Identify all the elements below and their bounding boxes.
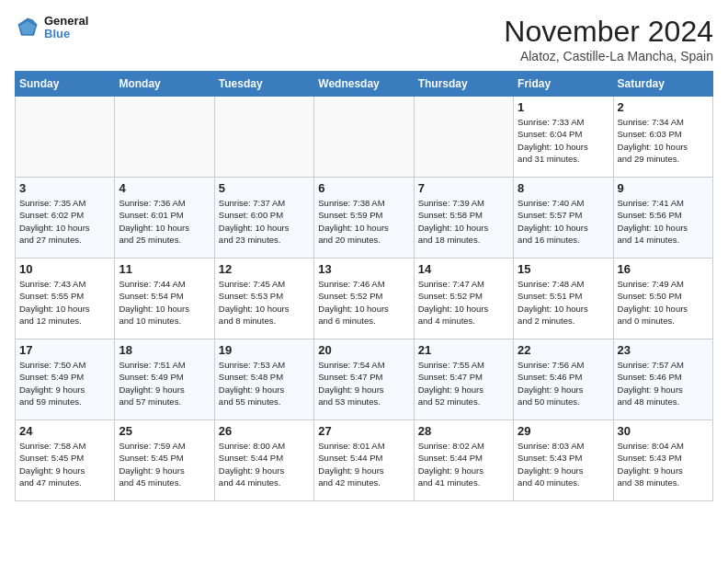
day-number: 11: [119, 262, 210, 276]
calendar-cell: 10Sunrise: 7:43 AM Sunset: 5:55 PM Dayli…: [16, 259, 115, 339]
header-monday: Monday: [115, 72, 214, 97]
calendar-table: SundayMondayTuesdayWednesdayThursdayFrid…: [15, 71, 713, 501]
day-info: Sunrise: 7:51 AM Sunset: 5:49 PM Dayligh…: [119, 359, 210, 408]
day-info: Sunrise: 8:03 AM Sunset: 5:43 PM Dayligh…: [518, 440, 609, 488]
header-wednesday: Wednesday: [314, 72, 414, 97]
calendar-cell: 21Sunrise: 7:55 AM Sunset: 5:47 PM Dayli…: [414, 339, 513, 420]
calendar-cell: 9Sunrise: 7:41 AM Sunset: 5:56 PM Daylig…: [613, 178, 712, 259]
day-info: Sunrise: 7:48 AM Sunset: 5:51 PM Dayligh…: [518, 278, 609, 327]
day-info: Sunrise: 7:41 AM Sunset: 5:56 PM Dayligh…: [618, 197, 709, 246]
day-info: Sunrise: 7:53 AM Sunset: 5:48 PM Dayligh…: [219, 359, 310, 408]
day-number: 4: [119, 181, 210, 195]
day-number: 20: [318, 343, 409, 357]
day-number: 23: [618, 343, 709, 357]
day-number: 25: [119, 424, 210, 438]
calendar-cell: 26Sunrise: 8:00 AM Sunset: 5:44 PM Dayli…: [214, 420, 313, 501]
day-number: 19: [219, 343, 310, 357]
calendar-cell: 15Sunrise: 7:48 AM Sunset: 5:51 PM Dayli…: [514, 259, 613, 339]
day-number: 16: [618, 262, 709, 276]
day-info: Sunrise: 7:39 AM Sunset: 5:58 PM Dayligh…: [418, 197, 509, 246]
logo-line1: General: [44, 15, 88, 28]
calendar-cell: 18Sunrise: 7:51 AM Sunset: 5:49 PM Dayli…: [115, 339, 214, 420]
logo-text: General Blue: [44, 15, 88, 41]
day-number: 27: [318, 424, 409, 438]
calendar-cell: 28Sunrise: 8:02 AM Sunset: 5:44 PM Dayli…: [414, 420, 513, 501]
day-number: 13: [318, 262, 409, 276]
logo: General Blue: [15, 15, 88, 41]
day-number: 7: [418, 181, 509, 195]
calendar-week-1: 1Sunrise: 7:33 AM Sunset: 6:04 PM Daylig…: [16, 97, 713, 178]
header-thursday: Thursday: [414, 72, 513, 97]
day-number: 18: [119, 343, 210, 357]
day-info: Sunrise: 7:37 AM Sunset: 6:00 PM Dayligh…: [219, 197, 310, 246]
day-number: 6: [318, 181, 409, 195]
day-info: Sunrise: 7:38 AM Sunset: 5:59 PM Dayligh…: [318, 197, 409, 246]
calendar-cell: [314, 97, 414, 178]
day-info: Sunrise: 7:55 AM Sunset: 5:47 PM Dayligh…: [418, 359, 509, 408]
day-number: 5: [219, 181, 310, 195]
day-number: 2: [618, 100, 709, 114]
calendar-week-3: 10Sunrise: 7:43 AM Sunset: 5:55 PM Dayli…: [16, 259, 713, 339]
day-info: Sunrise: 8:01 AM Sunset: 5:44 PM Dayligh…: [318, 440, 409, 488]
header-saturday: Saturday: [613, 72, 712, 97]
calendar-week-5: 24Sunrise: 7:58 AM Sunset: 5:45 PM Dayli…: [16, 420, 713, 501]
day-info: Sunrise: 8:04 AM Sunset: 5:43 PM Dayligh…: [618, 440, 709, 488]
calendar-cell: 19Sunrise: 7:53 AM Sunset: 5:48 PM Dayli…: [214, 339, 313, 420]
day-number: 21: [418, 343, 509, 357]
day-number: 12: [219, 262, 310, 276]
calendar-cell: 30Sunrise: 8:04 AM Sunset: 5:43 PM Dayli…: [613, 420, 712, 501]
day-number: 17: [19, 343, 110, 357]
calendar-cell: 11Sunrise: 7:44 AM Sunset: 5:54 PM Dayli…: [115, 259, 214, 339]
day-info: Sunrise: 7:50 AM Sunset: 5:49 PM Dayligh…: [19, 359, 110, 408]
day-number: 26: [219, 424, 310, 438]
day-info: Sunrise: 7:54 AM Sunset: 5:47 PM Dayligh…: [318, 359, 409, 408]
title-block: November 2024 Alatoz, Castille-La Mancha…: [504, 15, 713, 63]
calendar-cell: 7Sunrise: 7:39 AM Sunset: 5:58 PM Daylig…: [414, 178, 513, 259]
calendar-cell: 12Sunrise: 7:45 AM Sunset: 5:53 PM Dayli…: [214, 259, 313, 339]
day-info: Sunrise: 8:00 AM Sunset: 5:44 PM Dayligh…: [219, 440, 310, 488]
calendar-cell: 4Sunrise: 7:36 AM Sunset: 6:01 PM Daylig…: [115, 178, 214, 259]
logo-line2: Blue: [44, 28, 88, 40]
day-info: Sunrise: 7:43 AM Sunset: 5:55 PM Dayligh…: [19, 278, 110, 327]
calendar-cell: 3Sunrise: 7:35 AM Sunset: 6:02 PM Daylig…: [16, 178, 115, 259]
day-number: 9: [618, 181, 709, 195]
calendar-cell: 16Sunrise: 7:49 AM Sunset: 5:50 PM Dayli…: [613, 259, 712, 339]
calendar-cell: 24Sunrise: 7:58 AM Sunset: 5:45 PM Dayli…: [16, 420, 115, 501]
day-number: 15: [518, 262, 609, 276]
day-info: Sunrise: 7:44 AM Sunset: 5:54 PM Dayligh…: [119, 278, 210, 327]
day-number: 22: [518, 343, 609, 357]
calendar-header-row: SundayMondayTuesdayWednesdayThursdayFrid…: [16, 72, 713, 97]
day-number: 30: [618, 424, 709, 438]
day-info: Sunrise: 7:58 AM Sunset: 5:45 PM Dayligh…: [19, 440, 110, 488]
calendar-cell: [214, 97, 313, 178]
month-title: November 2024: [504, 15, 713, 49]
day-info: Sunrise: 7:45 AM Sunset: 5:53 PM Dayligh…: [219, 278, 310, 327]
calendar-cell: 8Sunrise: 7:40 AM Sunset: 5:57 PM Daylig…: [514, 178, 613, 259]
calendar-cell: 29Sunrise: 8:03 AM Sunset: 5:43 PM Dayli…: [514, 420, 613, 501]
day-info: Sunrise: 7:56 AM Sunset: 5:46 PM Dayligh…: [518, 359, 609, 408]
header-friday: Friday: [514, 72, 613, 97]
calendar-cell: [16, 97, 115, 178]
day-info: Sunrise: 7:46 AM Sunset: 5:52 PM Dayligh…: [318, 278, 409, 327]
calendar-cell: [414, 97, 513, 178]
calendar-cell: 13Sunrise: 7:46 AM Sunset: 5:52 PM Dayli…: [314, 259, 414, 339]
day-number: 3: [19, 181, 110, 195]
calendar-cell: 2Sunrise: 7:34 AM Sunset: 6:03 PM Daylig…: [613, 97, 712, 178]
day-info: Sunrise: 7:40 AM Sunset: 5:57 PM Dayligh…: [518, 197, 609, 246]
day-number: 1: [518, 100, 609, 114]
calendar-cell: [115, 97, 214, 178]
day-number: 24: [19, 424, 110, 438]
calendar-cell: 6Sunrise: 7:38 AM Sunset: 5:59 PM Daylig…: [314, 178, 414, 259]
header-sunday: Sunday: [16, 72, 115, 97]
day-info: Sunrise: 7:36 AM Sunset: 6:01 PM Dayligh…: [119, 197, 210, 246]
header-tuesday: Tuesday: [214, 72, 313, 97]
day-info: Sunrise: 7:35 AM Sunset: 6:02 PM Dayligh…: [19, 197, 110, 246]
day-info: Sunrise: 7:34 AM Sunset: 6:03 PM Dayligh…: [618, 116, 709, 165]
day-number: 14: [418, 262, 509, 276]
calendar-cell: 14Sunrise: 7:47 AM Sunset: 5:52 PM Dayli…: [414, 259, 513, 339]
location-subtitle: Alatoz, Castille-La Mancha, Spain: [504, 49, 713, 63]
logo-icon: [15, 15, 40, 40]
day-number: 29: [518, 424, 609, 438]
day-info: Sunrise: 7:47 AM Sunset: 5:52 PM Dayligh…: [418, 278, 509, 327]
page-header: General Blue November 2024 Alatoz, Casti…: [15, 15, 713, 63]
